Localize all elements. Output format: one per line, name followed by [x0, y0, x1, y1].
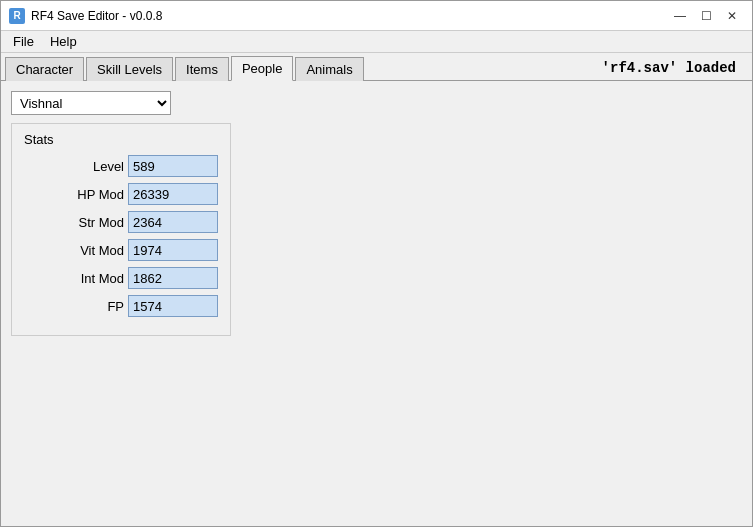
tab-character[interactable]: Character	[5, 57, 84, 81]
tab-people[interactable]: People	[231, 56, 293, 81]
main-content: Vishnal Stats Level HP Mod Str Mod Vit M…	[1, 81, 752, 526]
tab-items[interactable]: Items	[175, 57, 229, 81]
stats-group: Stats Level HP Mod Str Mod Vit Mod Int M…	[11, 123, 231, 336]
maximize-button[interactable]: ☐	[694, 6, 718, 26]
menu-file[interactable]: File	[5, 32, 42, 51]
stat-input-fp[interactable]	[128, 295, 218, 317]
window-title: RF4 Save Editor - v0.0.8	[31, 9, 162, 23]
stat-input-level[interactable]	[128, 155, 218, 177]
stat-input-vit-mod[interactable]	[128, 239, 218, 261]
stat-row-level: Level	[24, 155, 218, 177]
stat-input-str-mod[interactable]	[128, 211, 218, 233]
app-icon: R	[9, 8, 25, 24]
stat-row-int-mod: Int Mod	[24, 267, 218, 289]
person-dropdown[interactable]: Vishnal	[11, 91, 171, 115]
stat-label-level: Level	[64, 159, 124, 174]
stat-label-str-mod: Str Mod	[64, 215, 124, 230]
stat-row-fp: FP	[24, 295, 218, 317]
title-bar-left: R RF4 Save Editor - v0.0.8	[9, 8, 162, 24]
stat-label-hp-mod: HP Mod	[64, 187, 124, 202]
tab-animals[interactable]: Animals	[295, 57, 363, 81]
minimize-button[interactable]: —	[668, 6, 692, 26]
tab-skill-levels[interactable]: Skill Levels	[86, 57, 173, 81]
main-window: R RF4 Save Editor - v0.0.8 — ☐ ✕ File He…	[0, 0, 753, 527]
menu-bar: File Help	[1, 31, 752, 53]
window-controls: — ☐ ✕	[668, 6, 744, 26]
menu-help[interactable]: Help	[42, 32, 85, 51]
stat-row-str-mod: Str Mod	[24, 211, 218, 233]
stat-input-int-mod[interactable]	[128, 267, 218, 289]
tab-bar: Character Skill Levels Items People Anim…	[1, 53, 752, 81]
stat-label-fp: FP	[64, 299, 124, 314]
stat-label-int-mod: Int Mod	[64, 271, 124, 286]
stat-row-vit-mod: Vit Mod	[24, 239, 218, 261]
stat-label-vit-mod: Vit Mod	[64, 243, 124, 258]
title-bar: R RF4 Save Editor - v0.0.8 — ☐ ✕	[1, 1, 752, 31]
close-button[interactable]: ✕	[720, 6, 744, 26]
stats-group-title: Stats	[24, 132, 218, 147]
stat-input-hp-mod[interactable]	[128, 183, 218, 205]
person-dropdown-wrapper: Vishnal	[11, 91, 171, 115]
app-icon-label: R	[13, 10, 20, 21]
stat-row-hp-mod: HP Mod	[24, 183, 218, 205]
status-text: 'rf4.sav' loaded	[602, 60, 748, 80]
